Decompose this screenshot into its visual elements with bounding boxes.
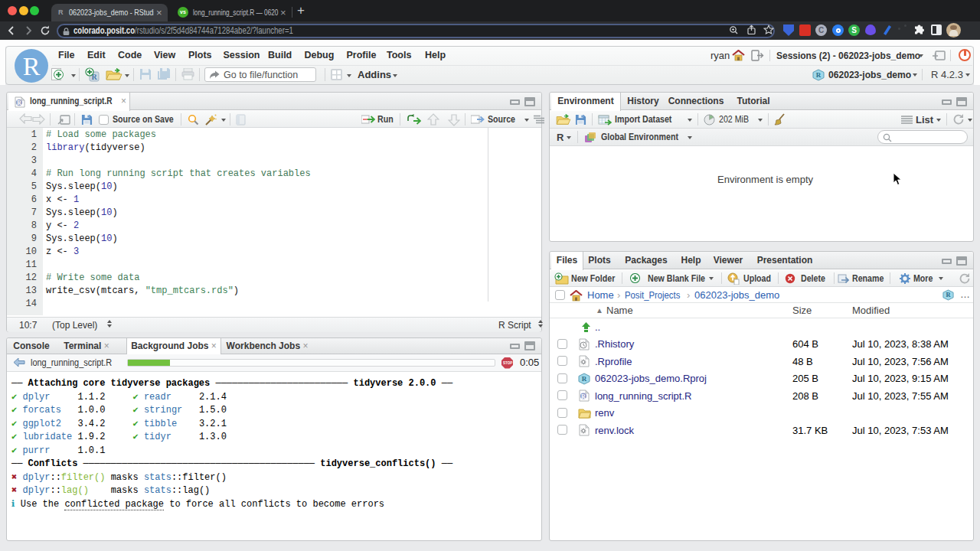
svg-text:R: R — [946, 291, 951, 298]
svg-text:R: R — [581, 393, 586, 400]
svg-text:R: R — [582, 375, 587, 383]
svg-text:R: R — [816, 71, 822, 79]
svg-text:R: R — [17, 99, 21, 106]
